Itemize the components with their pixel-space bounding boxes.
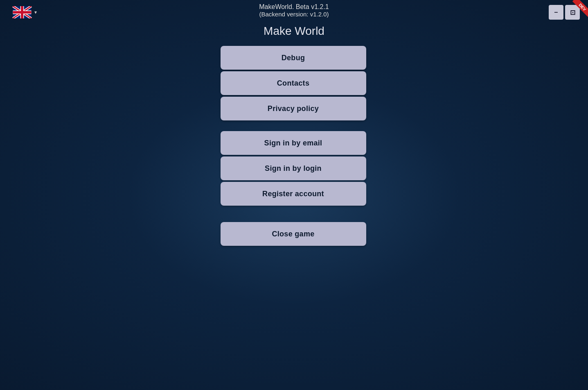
dev-badge: DEV xyxy=(565,0,588,23)
top-bar: ▾ MakeWorld. Beta v1.2.1 (Backend versio… xyxy=(0,0,588,25)
contacts-button[interactable]: Contacts xyxy=(221,71,366,95)
dev-badge-label: DEV xyxy=(572,0,588,17)
svg-rect-8 xyxy=(13,11,32,14)
debug-button[interactable]: Debug xyxy=(221,46,366,70)
privacy-policy-button[interactable]: Privacy policy xyxy=(221,97,366,120)
sign-in-email-button[interactable]: Sign in by email xyxy=(221,131,366,155)
language-selector[interactable]: ▾ xyxy=(8,4,41,21)
uk-flag-icon xyxy=(12,6,32,18)
version-line1: MakeWorld. Beta v1.2.1 xyxy=(259,3,329,11)
close-button-group: Close game xyxy=(221,222,368,247)
minimize-button[interactable]: – xyxy=(549,5,563,20)
top-button-group: Debug Contacts Privacy policy xyxy=(221,46,368,122)
main-content: Make World Debug Contacts Privacy policy… xyxy=(221,25,368,247)
version-info: MakeWorld. Beta v1.2.1 (Backend version:… xyxy=(259,3,329,18)
page-title: Make World xyxy=(264,25,324,38)
sign-in-login-button[interactable]: Sign in by login xyxy=(221,156,366,180)
version-line2: (Backend version: v1.2.0) xyxy=(259,11,329,18)
auth-button-group: Sign in by email Sign in by login Regist… xyxy=(221,131,368,207)
register-account-button[interactable]: Register account xyxy=(221,182,366,206)
language-dropdown-arrow: ▾ xyxy=(34,9,37,15)
close-game-button[interactable]: Close game xyxy=(221,222,366,246)
